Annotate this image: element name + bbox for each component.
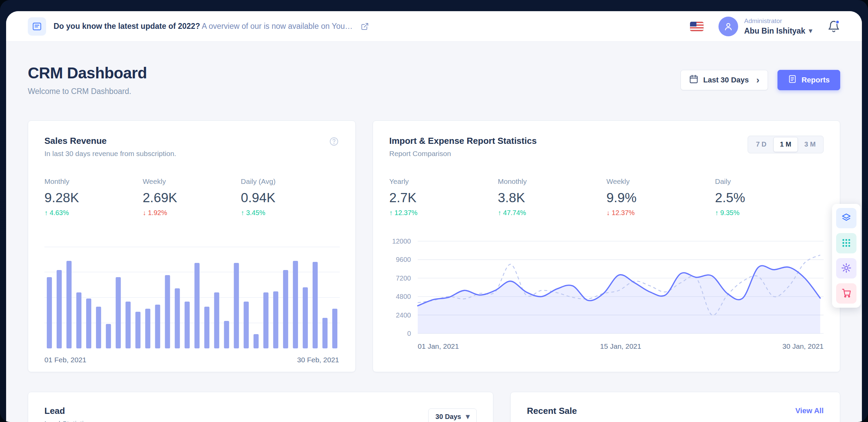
gear-icon (841, 263, 852, 274)
announcement-link[interactable]: A overview of our is now available on Yo… (200, 22, 353, 31)
sales-card-subtitle: In last 30 days revenue from subscriptio… (44, 150, 176, 158)
shopping-cart-icon (841, 288, 851, 299)
import-expense-line-chart: 0240048007200960012000 01 Jan, 2021 15 J… (389, 236, 824, 350)
user-menu[interactable]: Administrator Abu Bin Ishityak ▾ (718, 17, 812, 36)
chevron-down-icon: ▾ (809, 27, 812, 35)
stat-label: Weekly (143, 177, 241, 186)
avatar (718, 17, 738, 36)
stat-value: 9.28K (44, 190, 143, 205)
app-frame: Do you know the latest update of 2022? A… (6, 11, 862, 422)
range-toggle: 7 D 1 M 3 M (748, 136, 824, 153)
stat-daily: Daily 2.5% ↑ 9.35% (715, 177, 824, 217)
svg-text:12000: 12000 (392, 237, 411, 245)
notification-bell-button[interactable] (827, 20, 840, 33)
x-axis-end-label: 30 Feb, 2021 (297, 356, 339, 364)
lead-range-label: 30 Days (435, 413, 461, 421)
report-stats-row: Yearly 2.7K ↑ 12.37% Monothly 3.8K ↑ 47.… (389, 177, 824, 217)
apps-button[interactable] (836, 233, 856, 253)
layers-icon (841, 213, 851, 224)
calendar-icon (689, 74, 698, 86)
recent-sale-title: Recent Sale (527, 406, 577, 416)
stat-label: Daily (Avg) (241, 177, 339, 186)
stat-label: Monthly (44, 177, 143, 186)
info-icon[interactable] (329, 136, 339, 147)
topbar: Do you know the latest update of 2022? A… (6, 11, 862, 42)
range-7d-button[interactable]: 7 D (749, 137, 773, 152)
recent-sale-card: Recent Sale View All (510, 392, 840, 422)
stat-delta: ↑ 9.35% (715, 209, 739, 217)
reports-icon (788, 75, 797, 85)
report-card-title: Import & Expense Report Statistics (389, 136, 537, 146)
line-chart-svg: 0240048007200960012000 (389, 236, 824, 338)
stat-monthly: Monothly 3.8K ↑ 47.74% (498, 177, 606, 217)
sales-stats-row: Monthly 9.28K ↑ 4.63% Weekly 2.69K ↓ 1.9… (44, 177, 339, 217)
announcement-banner[interactable]: Do you know the latest update of 2022? A… (28, 17, 369, 36)
announcement-highlight: Do you know the latest update of 2022? (54, 22, 200, 31)
chevron-down-icon: ▾ (466, 413, 470, 420)
sales-card-title: Sales Revenue (44, 136, 176, 146)
stat-weekly: Weekly 2.69K ↓ 1.92% (143, 177, 241, 217)
cart-button[interactable] (836, 283, 856, 304)
stat-delta: ↑ 47.74% (498, 209, 526, 217)
us-flag-icon (690, 22, 704, 31)
svg-text:2400: 2400 (396, 311, 411, 319)
stat-value: 2.7K (389, 190, 498, 205)
view-all-link[interactable]: View All (795, 406, 824, 415)
import-expense-card: Import & Expense Report Statistics Repor… (373, 120, 840, 372)
stat-value: 0.94K (241, 190, 339, 205)
stat-value: 9.9% (607, 190, 715, 205)
stat-delta: ↑ 12.37% (389, 209, 417, 217)
bar-chart-svg (44, 247, 340, 348)
range-3m-button[interactable]: 3 M (798, 137, 822, 152)
stat-label: Monothly (498, 177, 606, 186)
stat-label: Yearly (389, 177, 498, 186)
stat-monthly: Monthly 9.28K ↑ 4.63% (44, 177, 143, 217)
svg-text:9600: 9600 (396, 256, 411, 263)
bottom-cards-row: Lead Lead Statistics 30 Days ▾ Recent Sa… (28, 392, 840, 422)
stat-weekly: Weekly 9.9% ↓ 12.37% (607, 177, 715, 217)
page-head: CRM Dashboard Welcome to CRM Dashboard. … (28, 64, 840, 96)
announcement-text: Do you know the latest update of 2022? A… (54, 22, 353, 31)
range-1m-button[interactable]: 1 M (773, 137, 798, 152)
x-tick-label: 30 Jan, 2021 (783, 342, 824, 350)
user-role: Administrator (744, 17, 812, 25)
lead-range-select[interactable]: 30 Days ▾ (428, 408, 477, 422)
notification-dot (835, 20, 840, 24)
stat-value: 3.8K (498, 190, 606, 205)
page-head-titles: CRM Dashboard Welcome to CRM Dashboard. (28, 64, 147, 96)
stat-delta: ↓ 1.92% (143, 209, 167, 217)
stat-label: Daily (715, 177, 824, 186)
svg-text:7200: 7200 (396, 274, 411, 282)
demo-side-toolbar (832, 204, 861, 308)
stat-delta: ↑ 4.63% (44, 209, 69, 217)
external-link-icon[interactable] (361, 22, 369, 31)
user-text: Administrator Abu Bin Ishityak ▾ (744, 17, 812, 36)
stat-daily-avg: Daily (Avg) 0.94K ↑ 3.45% (241, 177, 339, 217)
stat-yearly: Yearly 2.7K ↑ 12.37% (389, 177, 498, 217)
reports-label: Reports (802, 76, 830, 84)
stat-label: Weekly (607, 177, 715, 186)
x-tick-label: 01 Jan, 2021 (418, 342, 459, 350)
reports-button[interactable]: Reports (777, 70, 840, 90)
report-card-subtitle: Report Comparison (389, 150, 537, 158)
grid-dots-icon (841, 238, 851, 249)
svg-text:4800: 4800 (396, 293, 411, 300)
stat-delta: ↓ 12.37% (607, 209, 635, 217)
chevron-right-icon: › (756, 75, 760, 85)
settings-button[interactable] (836, 258, 856, 279)
x-tick-label: 15 Jan, 2021 (600, 342, 641, 350)
top-cards-row: Sales Revenue In last 30 days revenue fr… (28, 120, 840, 372)
svg-text:0: 0 (407, 330, 411, 337)
lead-card: Lead Lead Statistics 30 Days ▾ (28, 392, 493, 422)
lead-card-title: Lead (44, 406, 91, 416)
page-subtitle: Welcome to CRM Dashboard. (28, 87, 147, 96)
stat-delta: ↑ 3.45% (241, 209, 265, 217)
language-flag-button[interactable] (690, 22, 704, 31)
lead-card-subtitle: Lead Statistics (44, 420, 91, 422)
stat-value: 2.5% (715, 190, 824, 205)
sales-revenue-card: Sales Revenue In last 30 days revenue fr… (28, 120, 356, 372)
theme-button[interactable] (836, 208, 856, 228)
date-range-label: Last 30 Days (703, 76, 749, 84)
stat-value: 2.69K (143, 190, 241, 205)
date-range-button[interactable]: Last 30 Days › (680, 70, 768, 90)
